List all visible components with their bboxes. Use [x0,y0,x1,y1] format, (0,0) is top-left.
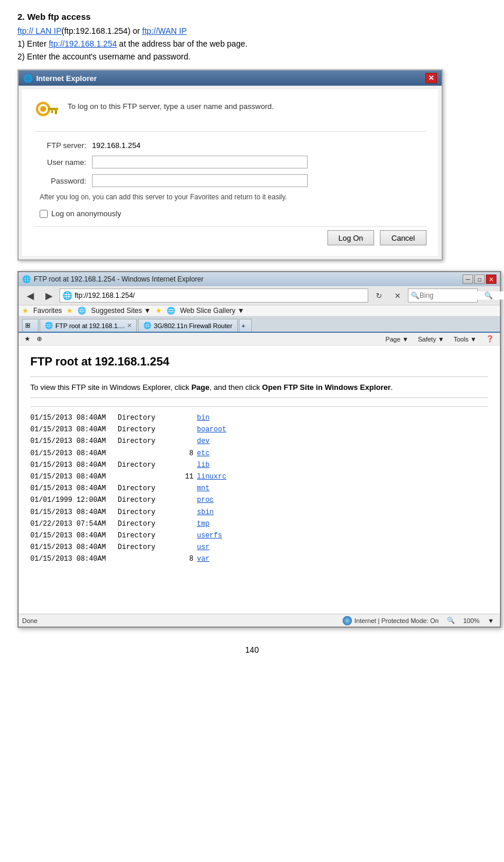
ftp-row-dev: 01/15/2013 08:40AM Directory dev [30,436,488,447]
ie-dialog-close-button[interactable]: ✕ [425,73,437,83]
ftp-size: 8 [176,448,193,459]
ftp-type: Directory [118,483,176,494]
ftp-link-dev[interactable]: dev [197,436,210,447]
tab1[interactable]: 🌐 FTP root at 192.168.1.... ✕ [40,319,137,332]
lan-ip-link[interactable]: ftp:// LAN IP [17,26,61,36]
wan-ip-link[interactable]: ftp://WAN IP [142,26,187,36]
tab1-close-icon[interactable]: ✕ [127,322,132,329]
web-slice-item[interactable]: Web Slice Gallery ▼ [180,307,244,315]
ftp-row-linuxrc: 01/15/2013 08:40AM 11 linuxrc [30,472,488,483]
favorites-star-button[interactable]: ★ [22,334,33,344]
step1-link[interactable]: ftp://192.168.1.254 [49,39,117,48]
ftp-link-usr[interactable]: usr [197,542,210,553]
help-button[interactable]: ❓ [484,334,496,344]
logon-button[interactable]: Log On [327,230,374,245]
ftp-date: 01/15/2013 08:40AM [30,483,118,494]
ftp-link-lib[interactable]: lib [197,460,210,471]
suggested-sites-item[interactable]: Suggested Sites ▼ [91,307,151,315]
ie-dialog-button-row: Log On Cancel [34,226,427,245]
statusbar-done-text: Done [22,617,37,624]
ftp-link-tmp[interactable]: tmp [197,519,210,530]
password-row: Password: [34,174,427,187]
svg-rect-3 [55,110,57,114]
statusbar-zoom-text: 100% [463,617,480,624]
ftp-date: 01/15/2013 08:40AM [30,436,118,447]
ftp-links-line: ftp:// LAN IP(ftp:192.168.1.254) or ftp:… [17,26,487,36]
ftp-intro-open-bold: Open FTP Site in Windows Explorer [262,383,391,392]
statusbar-zone-text: Internet | Protected Mode: On [354,617,439,624]
new-tab[interactable]: + [239,319,252,332]
ftp-row-userfs: 01/15/2013 08:40AM Directory userfs [30,530,488,541]
ie-dialog-body: To log on to this FTP server, type a use… [22,89,438,256]
forward-button[interactable]: ▶ [41,288,57,303]
globe-icon [343,616,352,625]
tools-menu-button[interactable]: Tools ▼ [451,335,479,344]
address-input[interactable] [75,291,365,300]
ie-browser-titlebar: 🌐 FTP root at 192.168.1.254 - Windows In… [19,272,500,286]
ie-icon-small: 🌐 [77,307,86,315]
star-icon: ★ [22,307,29,315]
ftp-date: 01/15/2013 08:40AM [30,413,118,424]
ftp-link-linuxrc[interactable]: linuxrc [197,472,226,483]
ftp-row-boaroot: 01/15/2013 08:40AM Directory boaroot [30,424,488,435]
zoom-button[interactable]: 🔍 [445,615,457,625]
cancel-button[interactable]: Cancel [380,230,427,245]
ftp-date: 01/01/1999 12:00AM [30,495,118,506]
ftp-link-etc[interactable]: etc [197,448,210,459]
search-bar[interactable]: 🔍 [408,288,478,302]
zoom-dropdown-button[interactable]: ▼ [485,616,496,625]
page-number: 140 [17,645,487,655]
step1-text: 1) Enter ftp://192.168.1.254 at the addr… [17,39,487,48]
ftp-date: 01/22/2013 07:54AM [30,519,118,530]
link-suffix: (ftp:192.168.1.254) or [61,26,142,36]
ftp-row-proc: 01/01/1999 12:00AM Directory proc [30,495,488,506]
ftp-link-bin[interactable]: bin [197,413,210,424]
ie-browser-window: 🌐 FTP root at 192.168.1.254 - Windows In… [17,271,501,628]
ftp-date: 01/15/2013 08:40AM [30,507,118,518]
ftp-type: Directory [118,519,176,530]
maximize-button[interactable]: □ [474,275,485,284]
safety-menu-button[interactable]: Safety ▼ [415,335,446,344]
username-input[interactable] [92,156,308,168]
ie-favorites-bar: ★ Favorites ★ 🌐 Suggested Sites ▼ ★ 🌐 We… [19,305,500,316]
ftp-link-userfs[interactable]: userfs [197,530,222,541]
ftp-link-var[interactable]: var [197,554,210,565]
ftp-date: 01/15/2013 08:40AM [30,472,118,483]
tab1-icon: 🌐 [45,322,53,329]
ftp-type: Directory [118,542,176,553]
bing-icon: 🔍 [411,291,420,300]
tab2-label: 3G/802.11n Firewall Router [154,322,232,329]
ftp-link-proc[interactable]: proc [197,495,214,506]
ftp-size [176,530,193,541]
ftp-size [176,460,193,471]
ie-dialog-icon: 🌐 [23,74,33,83]
secondary-left: ★ ⊕ [22,334,44,344]
password-input[interactable] [92,174,308,187]
close-window-button[interactable]: ✕ [486,275,496,284]
ftp-date: 01/15/2013 08:40AM [30,424,118,435]
ie-dialog-header: To log on to this FTP server, type a use… [34,100,427,132]
minimize-button[interactable]: ─ [463,275,473,284]
ftp-size [176,436,193,447]
stop-button[interactable]: ✕ [389,288,406,303]
page-menu-button[interactable]: Page ▼ [383,335,411,344]
add-to-favorites-button[interactable]: ⊕ [34,334,44,344]
ftp-server-row: FTP server: 192.168.1.254 [34,141,427,150]
svg-point-1 [40,106,46,112]
browser-window-title: FTP root at 192.168.1.254 - Windows Inte… [34,275,203,283]
back-button[interactable]: ◀ [22,288,38,303]
fav-sep1: ★ [156,307,162,315]
ftp-link-sbin[interactable]: sbin [197,507,214,518]
anonymous-checkbox[interactable] [40,210,48,218]
tab2[interactable]: 🌐 3G/802.11n Firewall Router [138,319,238,332]
refresh-button[interactable]: ↻ [371,288,387,303]
ftp-link-boaroot[interactable]: boaroot [197,424,226,435]
ftp-link-mnt[interactable]: mnt [197,483,210,494]
ie-content-area: FTP root at 192.168.1.254 To view this F… [19,346,500,614]
ftp-type: Directory [118,436,176,447]
ftp-size [176,519,193,530]
address-bar[interactable]: 🌐 [59,288,368,302]
ftp-server-value: 192.168.1.254 [92,141,140,150]
search-go-button[interactable]: 🔍 [480,288,496,303]
favorites-item[interactable]: Favorites [33,307,62,315]
